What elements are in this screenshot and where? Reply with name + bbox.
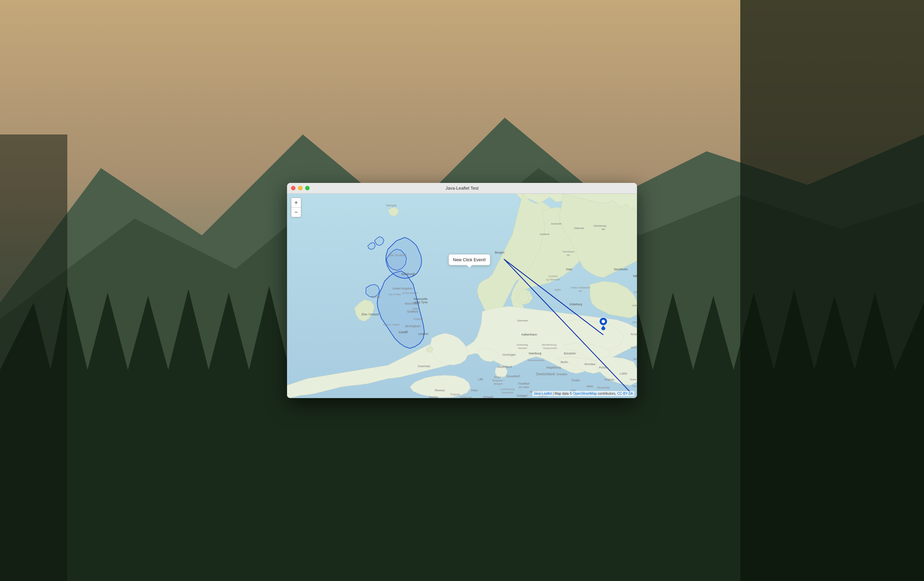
svg-text:Eesti: Eesti [634,291,637,293]
svg-text:Dresden: Dresden [556,372,567,376]
zoom-controls: + − [291,198,301,217]
svg-text:og Telemark: og Telemark [546,278,560,281]
svg-text:Tallinn: Tallinn [633,274,637,278]
map-svg: Føroyar Innlandet Dalarnás Gävleborgs la… [287,194,637,398]
svg-text:Niedersachsen: Niedersachsen [528,359,544,362]
maximize-button[interactable] [305,186,310,190]
osm-link[interactable]: OpenStreetMap [573,392,597,395]
svg-text:Warszawa: Warszawa [630,346,637,349]
svg-text:Belgique /: Belgique / [492,379,504,382]
svg-text:Västra Götalands: Västra Götalands [571,286,590,289]
svg-text:Mecklenburg-: Mecklenburg- [542,343,557,346]
leaflet-link[interactable]: Java-Leaflet [534,392,552,395]
svg-text:København: København [521,333,537,336]
svg-text:Danmark: Danmark [517,319,528,322]
svg-text:Schleswig-: Schleswig- [516,343,529,346]
svg-text:Česko: Česko [571,379,580,382]
map-popup: New Click Event! [449,254,490,265]
svg-rect-4 [740,0,924,581]
close-button[interactable] [291,186,295,190]
license-link[interactable]: CC-BY-SA [617,392,633,395]
svg-text:Брэст: Брэст [633,357,637,360]
svg-text:Slovensko: Slovensko [597,386,610,389]
svg-text:Frankfurt: Frankfurt [518,382,530,385]
svg-text:Cardiff: Cardiff [399,331,408,334]
svg-text:lan: lan [567,253,570,257]
zoom-in-button[interactable]: + [291,198,301,207]
svg-text:Kraków: Kraków [605,378,614,381]
zoom-out-button[interactable]: − [291,207,301,217]
svg-text:Holstein: Holstein [518,347,527,350]
svg-text:Vorpommern: Vorpommern [543,347,558,350]
svg-text:Vestland: Vestland [540,233,549,236]
svg-text:Львів: Львів [630,378,636,381]
svg-text:Berlin: Berlin [561,360,568,364]
svg-text:Stuttgart: Stuttgart [516,394,528,397]
svg-text:Belgie /: Belgie / [494,375,503,379]
svg-text:Lublin: Lublin [620,372,627,375]
app-window: Java-Leaflet Test [287,183,637,398]
svg-text:Oslo: Oslo [566,268,573,271]
svg-text:Alba /Scotland: Alba /Scotland [388,253,406,257]
svg-text:Bergen: Bergen [495,251,504,254]
window-title: Java-Leaflet Test [446,186,478,191]
svg-text:Groningen: Groningen [502,353,516,356]
svg-text:France: France [450,393,460,396]
svg-text:Centre-Val: Centre-Val [460,396,472,398]
svg-text:lan: lan [602,228,605,230]
svg-text:Innlandet: Innlandet [551,222,562,225]
svg-text:London: London [418,332,428,336]
attribution-contributors: contributors, [597,392,617,395]
svg-text:Düsseldorf: Düsseldorf [507,375,520,378]
svg-text:Cymru / Wales: Cymru / Wales [383,323,399,326]
svg-text:Grand Est: Grand Est [502,391,513,394]
svg-text:Belgien: Belgien [494,382,503,385]
svg-text:Gdańsk: Gdańsk [632,321,637,324]
svg-text:Värmlands: Värmlands [562,250,574,253]
svg-text:Edinburgh: Edinburgh [401,272,415,276]
svg-text:Polska: Polska [599,366,608,369]
svg-text:Newcastle: Newcastle [414,297,428,301]
svg-text:Stockholm: Stockholm [614,268,628,271]
svg-text:United Kingdom: United Kingdom [392,287,412,290]
svg-text:Deutschland: Deutschland [536,372,555,376]
svg-text:lan: lan [579,290,582,293]
attribution-separator: | Map data © [552,392,573,395]
svg-text:Éire / Ireland: Éire / Ireland [361,313,379,316]
svg-text:Nantes: Nantes [429,395,438,398]
svg-text:Guernsey: Guernsey [418,364,431,368]
svg-text:Magdeburg: Magdeburg [546,366,561,369]
svg-text:Great Britain: Great Britain [403,291,417,295]
svg-text:upon Tyne: upon Tyne [414,301,428,304]
svg-text:Lille: Lille [478,378,483,381]
svg-text:Wien: Wien [586,385,593,388]
map-container[interactable]: Føroyar Innlandet Dalarnás Gävleborgs la… [287,194,637,398]
svg-text:Leeds: Leeds [412,307,420,310]
attribution-bar: Java-Leaflet | Map data © OpenStreetMap … [532,391,634,396]
svg-text:Vidzeme: Vidzeme [632,304,637,307]
minimize-button[interactable] [298,186,302,190]
svg-text:Føroyar: Føroyar [386,204,397,207]
svg-text:Rennes: Rennes [435,389,444,392]
svg-text:Isle of Man: Isle of Man [389,293,401,296]
svg-text:Göteborg: Göteborg [569,303,582,306]
svg-point-8 [602,320,605,323]
svg-text:Paris: Paris [471,389,477,392]
titlebar: Java-Leaflet Test [287,183,637,194]
svg-rect-5 [0,135,67,581]
svg-text:Agder: Agder [554,288,562,291]
svg-text:Schweiz: Schweiz [483,395,493,398]
svg-text:England: England [414,318,423,321]
svg-text:Birmingham: Birmingham [405,324,420,328]
popup-text: New Click Event! [453,257,486,262]
svg-text:Dalarnás: Dalarnás [574,227,584,230]
svg-text:Bydgoszcz: Bydgoszcz [630,332,637,336]
svg-text:Hamburg: Hamburg [529,352,541,355]
svg-text:Nederland: Nederland [498,365,512,369]
svg-text:am Main: am Main [519,386,529,389]
svg-text:Szczecin: Szczecin [564,352,576,355]
svg-text:Belfast: Belfast [371,295,381,299]
svg-text:Wrocław: Wrocław [584,362,596,366]
svg-text:Sheffield: Sheffield [407,310,418,313]
svg-text:Gävleborgs: Gävleborgs [594,224,607,227]
